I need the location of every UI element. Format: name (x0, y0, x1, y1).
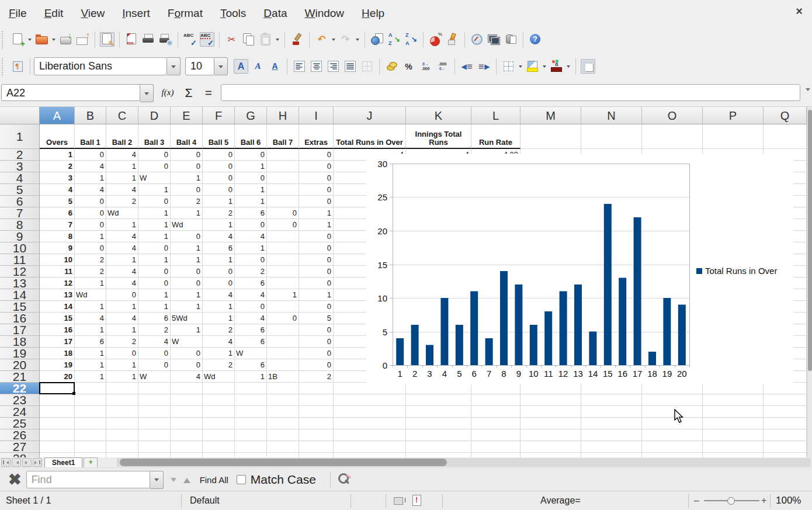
page-style-status[interactable]: Default (190, 491, 220, 510)
cell-K26[interactable] (406, 429, 471, 441)
cell-F6[interactable]: 1 (203, 196, 235, 207)
cell-A20[interactable]: 19 (40, 359, 75, 371)
cell-E20[interactable]: 0 (171, 359, 203, 371)
cell-B16[interactable]: 4 (75, 313, 106, 324)
cell-G20[interactable]: 6 (235, 359, 267, 371)
cell-E2[interactable]: 0 (171, 149, 203, 161)
column-header-G[interactable]: G (235, 107, 267, 124)
cell-K22[interactable] (406, 383, 471, 394)
row-header-22[interactable]: 22 (0, 383, 40, 394)
column-header-A[interactable]: A (40, 107, 75, 124)
cell-F4[interactable]: 0 (203, 172, 235, 184)
bar-over-11[interactable] (544, 311, 552, 365)
sort-ascending-icon[interactable]: AZ↘ (387, 32, 401, 47)
function-wizard-icon[interactable]: f(x) (159, 84, 176, 101)
gallery-icon[interactable] (487, 32, 501, 47)
menu-window[interactable]: Window (296, 0, 353, 26)
selection-mode-icon[interactable] (394, 497, 403, 505)
cell-I6[interactable]: 0 (299, 196, 334, 207)
cell-C28[interactable] (106, 453, 138, 457)
column-header-H[interactable]: H (267, 107, 299, 124)
cell-H21[interactable]: 1B (267, 371, 299, 383)
find-all-button[interactable]: Find All (200, 475, 228, 485)
cell-L24[interactable] (471, 406, 520, 418)
column-header-C[interactable]: C (106, 107, 138, 124)
cell-C9[interactable]: 4 (106, 231, 138, 242)
cell-E14[interactable]: 1 (171, 289, 203, 301)
cell-G18[interactable]: 6 (235, 336, 267, 348)
cell-B13[interactable]: 1 (75, 277, 106, 289)
cell-P1[interactable] (703, 124, 764, 149)
export-pdf-icon[interactable]: PDF (124, 32, 139, 47)
sheet-tab-sheet1[interactable]: Sheet1 (44, 457, 82, 467)
bar-over-16[interactable] (619, 278, 626, 366)
undo-icon[interactable]: ↶ (314, 32, 329, 47)
cell-C4[interactable]: 1 (106, 172, 138, 184)
cell-B19[interactable]: 1 (75, 348, 106, 359)
bar-over-10[interactable] (530, 325, 537, 365)
cell-E28[interactable] (171, 453, 203, 457)
zoom-level[interactable]: 100% (776, 491, 801, 510)
freeze-panes-icon[interactable] (581, 59, 595, 74)
previous-sheet-button[interactable] (12, 458, 21, 467)
row-header-8[interactable]: 8 (0, 219, 40, 231)
name-box-dropdown[interactable] (140, 84, 154, 102)
cell-M22[interactable] (520, 383, 581, 394)
cell-F25[interactable] (203, 418, 235, 429)
cell-D15[interactable]: 1 (138, 301, 171, 313)
cell-E4[interactable]: 1 (171, 172, 203, 184)
cell-E8[interactable]: Wd (171, 219, 203, 231)
cell-L22[interactable] (471, 383, 520, 394)
cell-G16[interactable]: 4 (235, 313, 267, 324)
cell-I13[interactable]: 0 (299, 277, 334, 289)
cell-D21[interactable]: W (138, 371, 171, 383)
cell-L1[interactable]: Run Rate (471, 124, 520, 149)
data-sources-icon[interactable] (504, 32, 518, 47)
cell-C13[interactable]: 4 (106, 277, 138, 289)
bar-over-13[interactable] (574, 285, 582, 365)
cell-M1[interactable] (520, 124, 581, 149)
cell-M28[interactable] (520, 453, 581, 457)
zoom-slider-thumb[interactable] (727, 497, 735, 505)
cell-B27[interactable] (75, 441, 106, 453)
cell-C10[interactable]: 4 (106, 242, 138, 254)
cell-G21[interactable]: 1 (235, 371, 267, 383)
redo-dropdown[interactable] (354, 32, 360, 47)
cell-G6[interactable]: 1 (235, 196, 267, 207)
cell-I19[interactable]: 0 (299, 348, 334, 359)
cell-I1[interactable]: Extras (299, 124, 334, 149)
cell-E13[interactable]: 0 (171, 277, 203, 289)
row-header-1[interactable]: 1 (0, 124, 40, 149)
cell-D28[interactable] (138, 453, 171, 457)
row-header-4[interactable]: 4 (0, 172, 40, 184)
cell-F28[interactable] (203, 453, 235, 457)
cell-C7[interactable]: Wd (106, 207, 138, 219)
cell-H22[interactable] (267, 383, 299, 394)
cell-C14[interactable]: 0 (106, 289, 138, 301)
align-left-icon[interactable] (292, 59, 307, 74)
cell-B14[interactable]: Wd (75, 289, 106, 301)
cell-C15[interactable]: 1 (106, 301, 138, 313)
cell-A24[interactable] (40, 406, 75, 418)
cell-A18[interactable]: 17 (40, 336, 75, 348)
cell-B18[interactable]: 6 (75, 336, 106, 348)
cell-H27[interactable] (267, 441, 299, 453)
find-and-replace-icon[interactable] (336, 472, 353, 487)
row-header-6[interactable]: 6 (0, 196, 40, 207)
cell-Q23[interactable] (764, 394, 807, 406)
cell-I20[interactable]: 0 (299, 359, 334, 371)
row-header-14[interactable]: 14 (0, 289, 40, 301)
cell-H17[interactable] (267, 324, 299, 336)
bar-over-4[interactable] (440, 298, 448, 365)
align-right-icon[interactable] (326, 59, 341, 74)
cell-A25[interactable] (40, 418, 75, 429)
cell-A12[interactable]: 11 (40, 266, 75, 277)
cell-F24[interactable] (203, 406, 235, 418)
cell-K25[interactable] (406, 418, 471, 429)
cell-Q25[interactable] (764, 418, 807, 429)
cell-F14[interactable]: 4 (203, 289, 235, 301)
cell-F12[interactable]: 0 (203, 266, 235, 277)
cell-G17[interactable]: 6 (235, 324, 267, 336)
redo-icon[interactable]: ↷ (338, 32, 353, 47)
find-next-icon[interactable] (171, 478, 176, 485)
